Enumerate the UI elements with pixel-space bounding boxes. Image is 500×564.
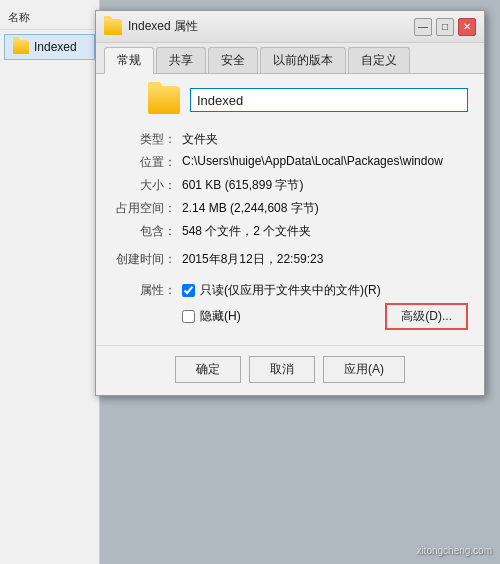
folder-name-input[interactable]	[190, 88, 468, 112]
cancel-button[interactable]: 取消	[249, 356, 315, 383]
table-row: 创建时间： 2015年8月12日，22:59:23	[112, 243, 468, 276]
apply-button[interactable]: 应用(A)	[323, 356, 405, 383]
prop-value-type: 文件夹	[182, 128, 468, 151]
readonly-checkbox[interactable]	[182, 284, 195, 297]
close-button[interactable]: ✕	[458, 18, 476, 36]
minimize-button[interactable]: —	[414, 18, 432, 36]
sidebar-item-label: Indexed	[34, 40, 77, 54]
prop-label-size: 大小：	[112, 174, 182, 197]
dialog-bottom-bar: 确定 取消 应用(A)	[96, 345, 484, 395]
prop-value-size: 601 KB (615,899 字节)	[182, 174, 468, 197]
tab-security[interactable]: 安全	[208, 47, 258, 73]
hidden-checkbox[interactable]	[182, 310, 195, 323]
hidden-checkbox-row: 隐藏(H)	[182, 308, 241, 325]
table-row: 占用空间： 2.14 MB (2,244,608 字节)	[112, 197, 468, 220]
window-controls: — □ ✕	[414, 18, 476, 36]
sidebar-column-header: 名称	[0, 4, 99, 30]
ok-button[interactable]: 确定	[175, 356, 241, 383]
attributes-row: 属性： 只读(仅应用于文件夹中的文件)(R) 隐藏(H)	[112, 276, 468, 333]
prop-value-created: 2015年8月12日，22:59:23	[182, 243, 468, 276]
attr-content-cell: 只读(仅应用于文件夹中的文件)(R) 隐藏(H) 高级(D)...	[182, 276, 468, 333]
tab-custom[interactable]: 自定义	[348, 47, 410, 73]
title-bar: Indexed 属性 — □ ✕	[96, 11, 484, 43]
tab-previous-versions[interactable]: 以前的版本	[260, 47, 346, 73]
prop-value-location: C:\Users\huige\AppData\Local\Packages\wi…	[182, 151, 468, 174]
dialog-title: Indexed 属性	[128, 18, 414, 35]
prop-label-location: 位置：	[112, 151, 182, 174]
table-row: 大小： 601 KB (615,899 字节)	[112, 174, 468, 197]
hidden-row: 隐藏(H) 高级(D)...	[182, 303, 468, 330]
attr-label: 属性：	[112, 276, 182, 333]
file-explorer-sidebar: 名称 Indexed	[0, 0, 100, 564]
prop-label-created: 创建时间：	[112, 243, 182, 276]
readonly-checkbox-row: 只读(仅应用于文件夹中的文件)(R)	[182, 282, 468, 299]
folder-icon-small	[13, 40, 29, 54]
hidden-label: 隐藏(H)	[200, 308, 241, 325]
sidebar-item-indexed[interactable]: Indexed	[4, 34, 95, 60]
folder-icon-large	[148, 86, 180, 114]
prop-value-contains: 548 个文件，2 个文件夹	[182, 220, 468, 243]
prop-value-disk-size: 2.14 MB (2,244,608 字节)	[182, 197, 468, 220]
title-bar-folder-icon	[104, 19, 122, 35]
properties-table: 类型： 文件夹 位置： C:\Users\huige\AppData\Local…	[112, 128, 468, 333]
table-row: 类型： 文件夹	[112, 128, 468, 151]
prop-label-type: 类型：	[112, 128, 182, 151]
table-row: 位置： C:\Users\huige\AppData\Local\Package…	[112, 151, 468, 174]
dialog-content: 类型： 文件夹 位置： C:\Users\huige\AppData\Local…	[96, 74, 484, 345]
tab-general[interactable]: 常规	[104, 47, 154, 74]
table-row: 包含： 548 个文件，2 个文件夹	[112, 220, 468, 243]
readonly-label: 只读(仅应用于文件夹中的文件)(R)	[200, 282, 381, 299]
name-row	[112, 86, 468, 114]
prop-label-disk-size: 占用空间：	[112, 197, 182, 220]
advanced-button[interactable]: 高级(D)...	[385, 303, 468, 330]
tab-bar: 常规 共享 安全 以前的版本 自定义	[96, 43, 484, 74]
prop-label-contains: 包含：	[112, 220, 182, 243]
watermark: xitongcheng.com	[416, 545, 492, 556]
properties-dialog: Indexed 属性 — □ ✕ 常规 共享 安全 以前的版本 自定义	[95, 10, 485, 396]
attributes-section: 只读(仅应用于文件夹中的文件)(R) 隐藏(H) 高级(D)...	[182, 282, 468, 330]
maximize-button[interactable]: □	[436, 18, 454, 36]
tab-share[interactable]: 共享	[156, 47, 206, 73]
